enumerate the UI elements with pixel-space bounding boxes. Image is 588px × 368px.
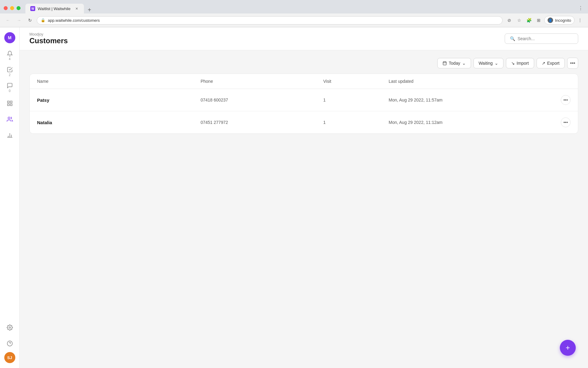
user-avatar[interactable]: SJ xyxy=(4,352,15,363)
users-icon xyxy=(7,116,13,122)
col-header-visit: Visit xyxy=(323,79,389,84)
customer-visit-natalia: 1 xyxy=(323,120,389,125)
svg-point-9 xyxy=(9,327,10,328)
waiting-label: Waiting xyxy=(479,61,493,66)
page-header: Moodjoy Customers 🔍 xyxy=(20,27,588,50)
col-header-phone: Phone xyxy=(201,79,323,84)
screenshare-icon[interactable]: ⊘ xyxy=(505,16,514,25)
extensions-button[interactable]: 🧩 xyxy=(525,16,533,25)
window-controls xyxy=(4,6,21,10)
sidebar-item-apps[interactable] xyxy=(2,96,17,111)
svg-rect-12 xyxy=(443,62,447,65)
waiting-filter-button[interactable]: Waiting ⌄ xyxy=(473,58,503,68)
sidebar-item-customers[interactable] xyxy=(2,112,17,127)
minimize-button[interactable] xyxy=(10,6,14,10)
bell-icon xyxy=(7,51,13,57)
message-icon xyxy=(7,82,13,89)
page-title: Customers xyxy=(29,36,68,45)
add-customer-fab[interactable]: + xyxy=(560,340,576,356)
browser-tabs: W Waitlist | Waitwhile ✕ + xyxy=(25,2,577,13)
customer-name-patsy: Patsy xyxy=(37,98,201,103)
back-button[interactable]: ← xyxy=(4,16,12,25)
browser-titlebar: W Waitlist | Waitwhile ✕ + ⋮ xyxy=(0,0,588,13)
svg-rect-3 xyxy=(7,104,9,106)
app-container: M 4 2 0 xyxy=(0,27,588,368)
bookmark-button[interactable]: ☆ xyxy=(515,16,523,25)
address-bar: 🔒 app.waitwhile.com/customers xyxy=(37,16,503,25)
import-icon: ↘ xyxy=(511,61,515,66)
sidebar-item-settings[interactable] xyxy=(2,320,17,335)
grid-icon xyxy=(7,100,13,106)
export-button[interactable]: ↗ Export xyxy=(537,58,565,68)
close-button[interactable] xyxy=(4,6,8,10)
col-header-actions xyxy=(552,79,571,84)
sidebar-avatar[interactable]: M xyxy=(4,32,15,43)
calendar-icon xyxy=(443,61,447,65)
sidebar-item-notifications[interactable]: 4 xyxy=(2,48,17,63)
export-icon: ↗ xyxy=(542,61,545,66)
settings-icon xyxy=(7,324,13,331)
main-content: Moodjoy Customers 🔍 xyxy=(20,27,588,368)
incognito-label: Incognito xyxy=(555,18,571,23)
import-button[interactable]: ↘ Import xyxy=(506,58,534,68)
row-more-button-patsy[interactable]: ••• xyxy=(561,95,571,105)
customers-table: Name Phone Visit Last updated Patsy 0741… xyxy=(29,74,578,134)
row-more-button-natalia[interactable]: ••• xyxy=(561,117,571,127)
toolbar-actions: ⊘ ☆ 🧩 ⊞ 👤 Incognito ⋮ xyxy=(505,16,584,25)
import-label: Import xyxy=(517,61,529,66)
waiting-chevron-icon: ⌄ xyxy=(495,61,498,66)
tab-label: Waitlist | Waitwhile xyxy=(38,6,70,11)
today-label: Today xyxy=(449,61,460,66)
search-icon: 🔍 xyxy=(510,36,515,41)
browser-toolbar: ← → ↻ 🔒 app.waitwhile.com/customers ⊘ ☆ … xyxy=(0,13,588,27)
url-text: app.waitwhile.com/customers xyxy=(48,18,499,23)
chat-badge: 0 xyxy=(9,89,11,93)
customer-phone-patsy: 07418 600237 xyxy=(201,98,323,102)
browser-more-button[interactable]: ⋮ xyxy=(577,4,584,12)
tab-close-button[interactable]: ✕ xyxy=(74,6,79,11)
col-header-name: Name xyxy=(37,79,201,84)
customer-phone-natalia: 07451 277972 xyxy=(201,120,323,125)
incognito-icon: 👤 xyxy=(548,17,553,23)
notifications-badge: 4 xyxy=(9,57,11,61)
reload-button[interactable]: ↻ xyxy=(26,16,34,25)
customer-visit-patsy: 1 xyxy=(323,98,389,102)
breadcrumb: Moodjoy xyxy=(29,32,68,36)
export-label: Export xyxy=(547,61,560,66)
sidebar-bottom: SJ xyxy=(2,320,17,363)
maximize-button[interactable] xyxy=(17,6,21,10)
svg-rect-0 xyxy=(7,101,9,103)
customer-date-patsy: Mon, Aug 29 2022, 11:57am xyxy=(389,98,552,102)
customer-name-natalia: Natalia xyxy=(37,120,201,125)
sidebar-item-checklist[interactable]: 2 xyxy=(2,64,17,79)
table-header: Name Phone Visit Last updated xyxy=(30,74,578,89)
checklist-badge: 2 xyxy=(9,73,11,77)
profile-button[interactable]: ⊞ xyxy=(534,16,543,25)
svg-point-4 xyxy=(8,117,10,119)
table-row: Patsy 07418 600237 1 Mon, Aug 29 2022, 1… xyxy=(30,89,578,111)
active-tab[interactable]: W Waitlist | Waitwhile ✕ xyxy=(25,4,84,13)
sidebar: M 4 2 0 xyxy=(0,27,20,368)
browser-chrome: W Waitlist | Waitwhile ✕ + ⋮ ← → ↻ 🔒 app… xyxy=(0,0,588,27)
table-row: Natalia 07451 277972 1 Mon, Aug 29 2022,… xyxy=(30,111,578,133)
content-area: Today ⌄ Waiting ⌄ ↘ Import ↗ Export ••• xyxy=(20,50,588,368)
toolbar-more-button[interactable]: ••• xyxy=(567,58,578,69)
browser-menu-button[interactable]: ⋮ xyxy=(576,16,584,25)
col-header-last-updated: Last updated xyxy=(389,79,552,84)
bar-chart-icon xyxy=(7,132,13,138)
help-circle-icon xyxy=(7,340,13,347)
today-filter-button[interactable]: Today ⌄ xyxy=(437,58,471,68)
search-input[interactable] xyxy=(518,36,573,41)
today-chevron-icon: ⌄ xyxy=(462,61,466,66)
svg-rect-2 xyxy=(10,104,12,106)
svg-rect-1 xyxy=(10,101,12,103)
customer-date-natalia: Mon, Aug 29 2022, 11:12am xyxy=(389,120,552,125)
forward-button[interactable]: → xyxy=(15,16,23,25)
new-tab-button[interactable]: + xyxy=(85,6,94,13)
check-square-icon xyxy=(7,67,13,73)
incognito-profile[interactable]: 👤 Incognito xyxy=(544,16,575,25)
sidebar-item-chat[interactable]: 0 xyxy=(2,80,17,95)
content-toolbar: Today ⌄ Waiting ⌄ ↘ Import ↗ Export ••• xyxy=(29,58,578,69)
sidebar-item-help[interactable] xyxy=(2,336,17,351)
sidebar-item-analytics[interactable] xyxy=(2,128,17,143)
